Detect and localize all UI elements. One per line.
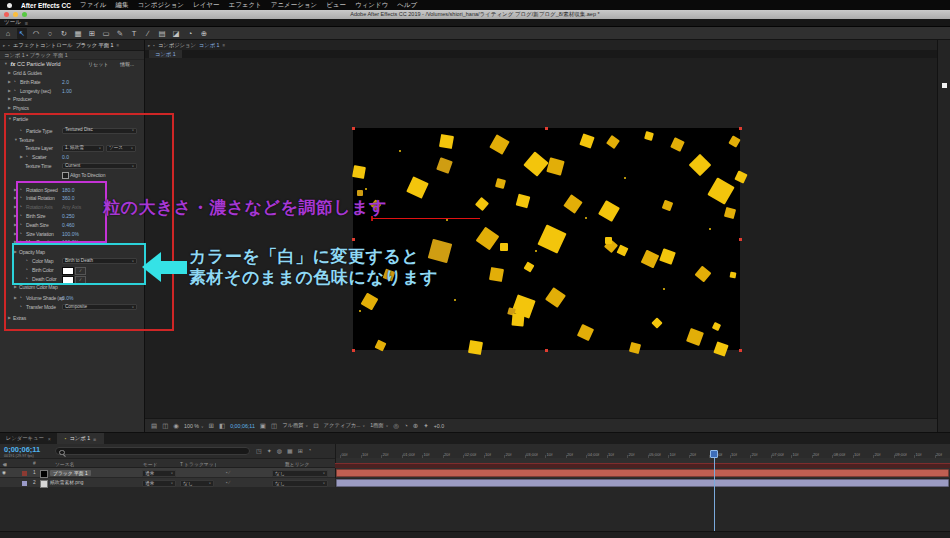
tool-icon-1[interactable]: ↖ [17,28,27,39]
tool-icon-14[interactable]: ⊕ [199,28,209,39]
parent-link-select[interactable]: なし∨ [272,480,328,487]
view-layout-select[interactable]: 1画面∨ [370,422,388,429]
tool-icon-7[interactable]: ▭ [101,28,111,39]
show-snapshot-icon[interactable]: ◫ [162,422,168,430]
selection-handle[interactable] [352,349,355,352]
timeline-switch-icon-4[interactable]: ⊞ [298,447,303,454]
reset-button[interactable]: リセット [88,60,108,69]
flowchart-icon[interactable]: ⊕ [413,422,418,430]
selection-handle[interactable] [739,349,742,352]
apple-icon[interactable] [7,3,12,8]
layer-color-chip[interactable] [22,471,27,476]
layer-bar-1[interactable] [336,469,949,477]
selection-handle[interactable] [545,127,548,130]
layer-bar-png[interactable] [336,479,949,487]
tool-icon-4[interactable]: ↻ [59,28,69,39]
col-parent-link[interactable]: 親とリンク [285,461,309,467]
effect-name[interactable]: CC Particle World [17,61,61,67]
menu-item-item[interactable]: ファイル [80,1,107,10]
search-input[interactable] [55,447,250,455]
mask-visibility-icon[interactable]: ◧ [219,422,225,430]
tool-icon-0[interactable]: ⌂ [3,28,13,39]
3d-view-select[interactable]: アクティブカ...∨ [324,422,366,429]
menu-item-item[interactable]: コンポジション [137,1,184,10]
playhead-handle[interactable] [710,450,718,458]
timeline-switch-icon-1[interactable]: ✦ [267,447,272,454]
eye-icon[interactable]: ◉ [2,468,6,478]
panel-menu-icon[interactable]: ≡ [93,436,96,442]
tool-icon-12[interactable]: ◪ [171,28,181,39]
timeline-switch-icon-5[interactable]: ◔ [308,447,312,454]
selection-handle[interactable] [352,127,355,130]
parent-link-select[interactable]: なし∨ [272,470,328,477]
selection-handle[interactable] [545,349,548,352]
menu-item-item[interactable]: 編集 [115,1,128,10]
col-track-matte[interactable]: T トラックマット [180,461,216,467]
tool-icon-6[interactable]: ⊞ [87,28,97,39]
viewer-subtab[interactable]: コンポ 1 [149,50,182,58]
layer-color-chip[interactable] [22,481,27,486]
tool-icon-8[interactable]: ✎ [115,28,125,39]
timeline-switch-icon-3[interactable]: ▦ [287,447,293,454]
exposure-icon[interactable]: ✦ [423,422,428,430]
menu-item-item[interactable]: ヘルプ [397,1,417,10]
timeline-switch-icon-2[interactable]: ◍ [277,447,282,454]
tool-icon-3[interactable]: ○ [45,28,55,39]
track-matte-select[interactable]: なし∨ [180,480,214,487]
timeline-switch-icon-0[interactable]: ◳ [256,447,262,454]
disclosure-triangle-icon[interactable]: ▼ [4,60,9,69]
blend-mode-select[interactable]: 通常∨ [142,470,176,477]
layer-name[interactable]: 紙吹雪素材.png [50,478,83,488]
magnification-select[interactable]: 100 %∨ [184,423,204,429]
tool-icon-2[interactable]: ◠ [31,28,41,39]
menu-item-item[interactable]: アニメーション [271,1,317,10]
playhead-line[interactable] [714,458,715,531]
pixel-aspect-icon[interactable]: ◎ [393,422,399,430]
panel-menu-icon[interactable]: ≡ [117,43,120,48]
app-menu-name[interactable]: After Effects CC [21,2,71,9]
grid-guides-icon[interactable]: ⊞ [209,422,214,430]
about-button[interactable]: 情報... [120,60,134,69]
render-queue-tab[interactable]: レンダーキュー × [0,433,57,444]
selection-handle[interactable] [739,238,742,241]
composition-frame[interactable] [353,128,740,350]
channel-icon[interactable]: ◉ [173,422,179,430]
stopwatch-icon[interactable]: ◔ [13,78,20,87]
blend-mode-select[interactable]: 通常∨ [142,480,176,487]
property-value[interactable]: 1.00 [62,87,72,96]
menu-item-item[interactable]: エフェクト [229,1,262,10]
tool-icon-5[interactable]: ▦ [73,28,83,39]
tool-icon-11[interactable]: ▤ [157,28,167,39]
stopwatch-icon[interactable]: ◔ [13,87,20,96]
property-value[interactable]: 2.0 [62,78,69,87]
panel-chevron-icon[interactable]: ▸ [148,43,150,48]
work-area-bar[interactable] [335,463,950,468]
menu-item-item[interactable]: ウィンドウ [355,1,388,10]
col-mode[interactable]: モード [143,461,158,467]
transparency-grid-icon[interactable]: ◫ [271,422,277,430]
effect-controls-tabbar[interactable]: ▸ ▪ エフェクトコントロール ブラック 平面 1 ≡ [0,40,144,51]
menu-item-item[interactable]: ビュー [326,1,346,10]
snapshot-camera-icon[interactable]: ▣ [260,422,266,430]
layer-row-png[interactable]: 2紙吹雪素材.png通常∨なし∨▪ ∕なし∨ [0,478,335,488]
resolution-select[interactable]: フル画質∨ [282,422,308,429]
tools-panel-tab[interactable]: ツール ≡ [0,19,950,27]
panel-menu-icon[interactable]: ≡ [25,20,28,26]
selection-handle[interactable] [352,238,355,241]
snapshot-icon[interactable]: ▤ [151,422,157,430]
time-ruler[interactable]: 00f10f20f01;00f10f20f02;00f10f20f03;00f1… [335,444,950,458]
layer-name[interactable]: ブラック 平面 1 [50,468,91,478]
preview-time[interactable]: 0;00;06;11 [230,423,255,429]
exposure-value[interactable]: +0.0 [434,423,444,429]
close-icon[interactable]: × [48,436,51,442]
tool-icon-9[interactable]: T [129,28,139,39]
tool-icon-10[interactable]: ∕ [143,28,153,39]
selection-handle[interactable] [739,127,742,130]
timeline-button-icon[interactable]: ◔ [404,422,408,429]
panel-chevron-icon[interactable]: ▸ [3,43,5,48]
comp-timeline-tab[interactable]: ▪ コンポ 1 ≡ [57,433,104,444]
composition-viewer[interactable] [145,58,937,418]
tool-icon-13[interactable]: ◔ [185,28,195,39]
layer-row-1[interactable]: ◉1ブラック 平面 1通常∨▪ ∕なし∨ [0,468,335,478]
region-of-interest-icon[interactable]: ⊡ [313,422,318,430]
